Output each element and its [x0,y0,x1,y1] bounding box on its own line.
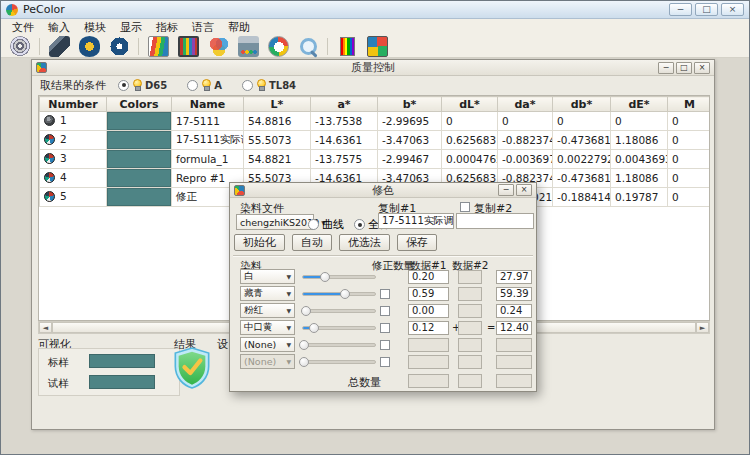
menu-item-显示[interactable]: 显示 [113,19,149,36]
column-header-L*[interactable]: L* [244,97,311,112]
copy1-input[interactable]: 17-5111实际调配 [378,213,454,229]
dye-slider[interactable] [302,292,376,296]
value-cell: 0.19787 [611,188,668,207]
toolbar-button-folder-icon[interactable] [76,36,102,57]
data1-field[interactable] [408,338,449,352]
copy2-input[interactable] [456,213,534,229]
qc-close-button[interactable]: × [694,62,710,74]
scroll-right-arrow-icon[interactable]: ► [696,322,709,333]
dialog-titlebar[interactable]: 修色 − × [230,183,536,198]
column-header-dL*[interactable]: dL* [442,97,498,112]
column-header-db*[interactable]: db* [553,97,611,112]
qc-minimize-button[interactable]: − [658,62,674,74]
dye-file-select[interactable]: chengzhiKS2019 ▼ [236,214,314,230]
slider-thumb[interactable] [340,289,350,299]
menu-item-帮助[interactable]: 帮助 [221,19,257,36]
dye-slider[interactable] [302,309,376,313]
copy2-checkbox[interactable] [460,202,470,212]
close-button[interactable]: × [721,3,744,16]
table-row[interactable]: 117-511154.8816-13.7538-2.9969500000 [40,112,711,131]
toolbar-button-ring-icon[interactable] [106,36,132,57]
correction-checkbox[interactable] [380,357,390,367]
dye-slider[interactable] [302,360,376,364]
print-machine-icon [238,36,259,57]
column-header-Colors[interactable]: Colors [107,97,172,112]
ring-icon [109,36,130,57]
maximize-button[interactable]: □ [695,3,718,16]
toolbar-button-rainbow-bars-icon[interactable] [334,36,360,57]
illuminant-label: D65 [145,80,167,91]
separator [233,255,533,257]
column-header-Name[interactable]: Name [172,97,244,112]
qc-maximize-button[interactable]: □ [676,62,692,74]
menu-item-输入[interactable]: 输入 [41,19,77,36]
column-header-M[interactable]: M [668,97,711,112]
menu-item-语言[interactable]: 语言 [185,19,221,36]
dialog-minimize-button[interactable]: − [498,184,514,196]
table-row[interactable]: 217-5111实际调配55.5073-14.6361-3.470630.625… [40,131,711,150]
row-number: 3 [60,152,67,164]
menu-item-模块[interactable]: 模块 [77,19,113,36]
standard-icon [44,115,55,126]
data1-field[interactable] [408,355,449,369]
mode-option-曲线[interactable]: 曲线 [308,217,344,232]
table-row[interactable]: 3formula_154.8821-13.7575-2.994670.00047… [40,150,711,169]
correction-checkbox[interactable] [380,306,390,316]
color-correction-dialog: 修色 − × 染料文件 chengzhiKS2019 ▼ 曲线全样 复制#1 1… [229,182,537,392]
illuminant-radios: D65ATL84 [118,79,296,92]
illuminant-option-D65[interactable]: D65 [118,79,167,92]
dye-slider[interactable] [302,275,376,279]
data1-field[interactable]: 0.59 [408,287,449,301]
dye-slider[interactable] [302,326,376,330]
column-header-Number[interactable]: Number [40,97,107,112]
slider-thumb[interactable] [301,306,311,316]
column-header-a*[interactable]: a* [311,97,378,112]
data1-field[interactable]: 0.12 [408,321,449,335]
dialog-button-自动[interactable]: 自动 [292,234,332,251]
illuminant-option-TL84[interactable]: TL84 [242,79,296,92]
data1-field[interactable]: 0.20 [408,270,449,284]
minimize-button[interactable]: − [669,3,692,16]
dye-select[interactable]: 粉红▼ [240,303,295,318]
slider-thumb[interactable] [299,357,309,367]
correction-checkbox[interactable] [380,340,390,350]
number-cell: 3 [40,150,107,169]
dye-select[interactable]: (None)▼ [240,337,295,352]
column-header-da*[interactable]: da* [498,97,553,112]
dialog-button-优选法[interactable]: 优选法 [339,234,390,251]
window-titlebar[interactable]: PeColor − □ × [1,1,749,19]
value-cell: -0.188414 [553,188,611,207]
toolbar-button-color-mix-icon[interactable] [205,36,231,57]
menu-item-文件[interactable]: 文件 [5,19,41,36]
toolbar-button-color-grid-icon[interactable] [364,36,390,57]
dye-slider[interactable] [302,343,376,347]
illuminant-option-A[interactable]: A [187,79,222,92]
toolbar-button-abacus-icon[interactable] [175,36,201,57]
toolbar-button-gauge-icon[interactable] [265,36,291,57]
column-header-dE*[interactable]: dE* [611,97,668,112]
scroll-left-arrow-icon[interactable]: ◄ [39,322,52,333]
qc-titlebar[interactable]: 质量控制 − □ × [32,60,714,76]
name-cell: 17-5111实际调配 [172,131,244,150]
toolbar-button-search-icon[interactable] [295,36,321,57]
workspace: 质量控制 − □ × 取结果的条件 D65ATL84 NumberColorsN… [1,58,749,454]
column-header-b*[interactable]: b* [378,97,442,112]
slider-thumb[interactable] [309,323,319,333]
toolbar-button-marker-pen-icon[interactable] [46,36,72,57]
value-cell: 0 [553,112,611,131]
slider-thumb[interactable] [299,340,309,350]
toolbar-button-palette-book-icon[interactable] [145,36,171,57]
correction-checkbox[interactable] [380,323,390,333]
toolbar-button-settings-gear-icon[interactable] [7,36,33,57]
correction-checkbox[interactable] [380,289,390,299]
slider-thumb[interactable] [320,272,330,282]
dye-select[interactable]: 藏青▼ [240,286,295,301]
data1-field[interactable]: 0.00 [408,304,449,318]
dialog-close-button[interactable]: × [516,184,532,196]
menu-item-指标[interactable]: 指标 [149,19,185,36]
dialog-button-保存[interactable]: 保存 [397,234,437,251]
dye-select[interactable]: 中口黄▼ [240,320,295,335]
dialog-button-初始化[interactable]: 初始化 [234,234,285,251]
toolbar-button-print-machine-icon[interactable] [235,36,261,57]
dye-select[interactable]: 白▼ [240,269,295,284]
